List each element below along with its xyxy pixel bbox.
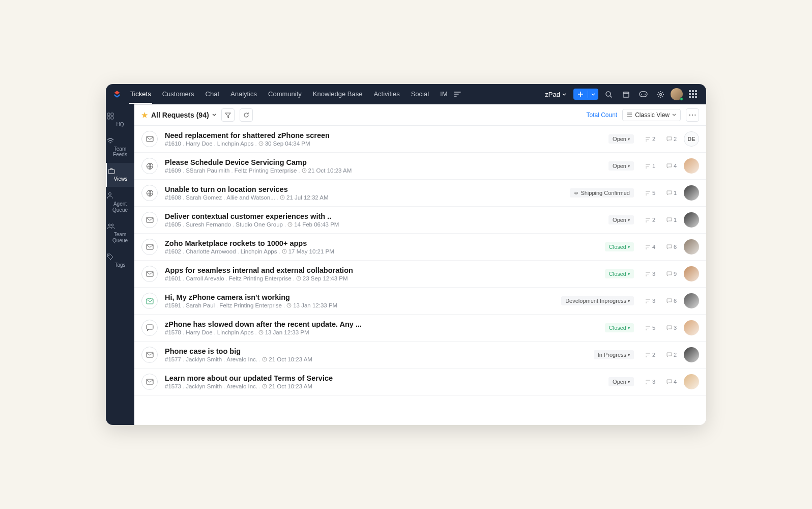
ticket-contact: SSarah Paulmith: [186, 167, 229, 174]
ticket-content: Deliver contextual customer experiences …: [165, 212, 601, 228]
sidebar-item-team-feeds[interactable]: TeamFeeds: [106, 133, 134, 163]
status-pill[interactable]: Open▾: [608, 377, 634, 386]
filter-button[interactable]: [221, 108, 235, 122]
nav-tab-chat[interactable]: Chat: [205, 85, 220, 104]
assignee-initials[interactable]: DE: [684, 131, 699, 147]
ticket-row[interactable]: Apps for seamless internal and external …: [134, 261, 706, 288]
activity-count: 1: [641, 163, 655, 169]
ticket-title: Apps for seamless internal and external …: [165, 266, 598, 274]
settings-icon[interactable]: [653, 87, 668, 101]
nav-tab-community[interactable]: Community: [267, 85, 303, 104]
ticket-id: #1591: [165, 302, 181, 308]
status-pill[interactable]: Open▾: [608, 215, 634, 224]
view-mode-selector[interactable]: Classic View: [622, 109, 681, 121]
ticket-row[interactable]: Learn more about our updated Terms of Se…: [134, 369, 706, 395]
ticket-row[interactable]: zPhone has slowed down after the recent …: [134, 315, 706, 342]
svg-rect-7: [111, 113, 113, 116]
status-pill[interactable]: In Progress▾: [594, 350, 634, 359]
view-selector[interactable]: ★ All Requests (94): [141, 111, 216, 119]
status-pill[interactable]: Open▾: [608, 134, 634, 144]
assignee-avatar[interactable]: [684, 293, 699, 308]
star-icon: ★: [141, 111, 148, 119]
nav-tab-knowledge-base[interactable]: Knowledge Base: [312, 85, 364, 104]
ticket-row[interactable]: Unable to turn on location services#1608…: [134, 180, 706, 207]
status-pill[interactable]: Shipping Confirmed: [570, 188, 634, 197]
sidebar-item-views[interactable]: Views: [106, 163, 134, 187]
ticket-meta: #1577.Jacklyn Smith.Arevalo Inc.. 21 Oct…: [165, 356, 587, 362]
ticket-title: Need replacement for shattered zPhone sc…: [165, 131, 601, 139]
ticket-row[interactable]: Zoho Marketplace rockets to 1000+ apps#1…: [134, 234, 706, 261]
ticket-row[interactable]: Phone case is too big#1577.Jacklyn Smith…: [134, 342, 706, 369]
apps-icon[interactable]: [686, 87, 700, 101]
nav-overflow-icon[interactable]: [452, 90, 463, 99]
ticket-contact: Suresh Fernando: [186, 221, 231, 228]
comment-count: 9: [662, 271, 677, 277]
sidebar-item-tags[interactable]: Tags: [106, 248, 134, 273]
search-icon[interactable]: [601, 87, 616, 101]
activity-count: 3: [641, 271, 655, 277]
ticket-meta: #1608.Sarah Gomez.Allie and Watson.... 2…: [165, 194, 563, 201]
ticket-time: 21 Oct 10:23 AM: [269, 383, 312, 389]
nav-tab-social[interactable]: Social: [410, 85, 430, 104]
ticket-list: Need replacement for shattered zPhone sc…: [134, 126, 706, 425]
ticket-account: Feltz Printing Enterprise: [219, 302, 282, 308]
email-channel-icon: [141, 131, 158, 147]
email-channel-icon: [141, 239, 158, 255]
status-pill[interactable]: Closed▾: [605, 269, 634, 278]
assignee-avatar[interactable]: [684, 374, 699, 389]
status-pill[interactable]: Open▾: [608, 161, 634, 171]
nav-tab-customers[interactable]: Customers: [161, 85, 195, 104]
department-selector[interactable]: zPad: [541, 89, 570, 100]
assignee-avatar[interactable]: [684, 158, 699, 174]
status-pill[interactable]: Closed▾: [605, 323, 634, 332]
total-count-link[interactable]: Total Count: [586, 111, 617, 119]
email-in-channel-icon: [141, 293, 158, 309]
sidebar-item-team-queue[interactable]: TeamQueue: [106, 218, 134, 248]
ticket-contact: Charlotte Arrowood: [186, 248, 236, 254]
assignee-avatar[interactable]: [684, 212, 699, 228]
ticket-content: Unable to turn on location services#1608…: [165, 185, 563, 201]
status-pill[interactable]: Closed▾: [605, 242, 634, 251]
ticket-contact: Harry Doe: [186, 140, 212, 147]
sidebar-item-hq[interactable]: HQ: [106, 107, 134, 133]
ticket-row[interactable]: Hi, My zPhone camera isn't working#1591.…: [134, 288, 706, 315]
assignee-avatar[interactable]: [684, 320, 699, 335]
email-channel-icon: [141, 347, 158, 363]
comment-count: 2: [662, 352, 677, 358]
sidebar-item-agent-queue[interactable]: AgentQueue: [106, 187, 134, 218]
comment-count: 1: [662, 190, 677, 196]
ticket-meta: #1609.SSarah Paulmith.Feltz Printing Ent…: [165, 167, 601, 174]
add-dropdown[interactable]: [588, 91, 598, 98]
refresh-button[interactable]: [240, 108, 253, 122]
ticket-time: 14 Feb 06:43 PM: [294, 221, 339, 228]
gamification-icon[interactable]: [636, 87, 650, 101]
nav-tab-im[interactable]: IM: [439, 85, 448, 104]
assignee-avatar[interactable]: [684, 347, 699, 362]
nav-tab-analytics[interactable]: Analytics: [229, 85, 258, 104]
ticket-contact: Harry Doe: [186, 329, 212, 335]
assignee-avatar[interactable]: [684, 239, 699, 254]
nav-tab-activities[interactable]: Activities: [372, 85, 400, 104]
assignee-avatar[interactable]: [684, 266, 699, 281]
assignee-avatar[interactable]: [684, 185, 699, 201]
department-label: zPad: [545, 91, 560, 98]
add-button[interactable]: [573, 89, 598, 100]
people-icon: [107, 223, 133, 230]
user-avatar[interactable]: [671, 88, 683, 100]
ticket-id: #1577: [165, 356, 181, 362]
ticket-id: #1602: [165, 248, 181, 254]
body: HQTeamFeedsViewsAgentQueueTeamQueueTags …: [106, 104, 706, 425]
ticket-id: #1605: [165, 221, 181, 228]
nav-tab-tickets[interactable]: Tickets: [129, 85, 152, 104]
ticket-row[interactable]: Please Schedule Device Servicing Camp#16…: [134, 153, 706, 180]
ticket-row[interactable]: Deliver contextual customer experiences …: [134, 207, 706, 234]
notification-icon[interactable]: [619, 87, 633, 101]
activity-count: 2: [641, 217, 655, 223]
ticket-row[interactable]: Need replacement for shattered zPhone sc…: [134, 126, 706, 153]
svg-point-4: [645, 94, 646, 95]
svg-point-13: [111, 224, 113, 226]
status-pill[interactable]: Development Inprogress▾: [561, 296, 634, 305]
svg-rect-29: [147, 325, 153, 329]
ticket-meta: #1591.Sarah Paul.Feltz Printing Enterpri…: [165, 302, 554, 308]
more-button[interactable]: ⋯: [686, 108, 699, 122]
